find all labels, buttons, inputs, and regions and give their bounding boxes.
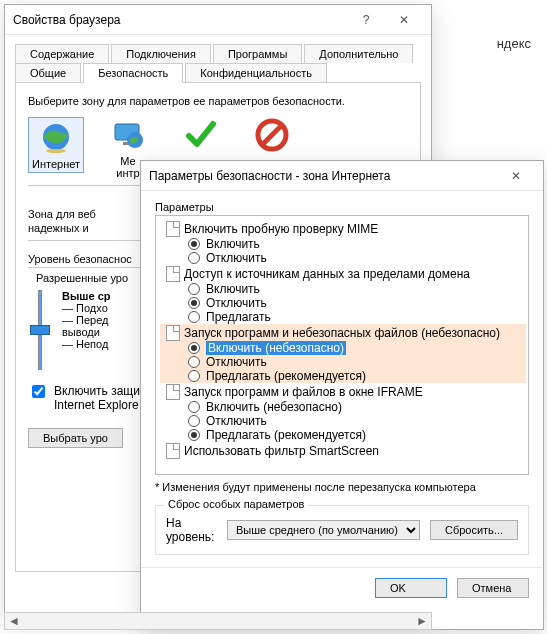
level-text: Выше ср — Подхо — Перед выводи — Непод bbox=[62, 290, 111, 370]
security-slider[interactable] bbox=[28, 290, 52, 370]
select-level-button[interactable]: Выбрать уро bbox=[28, 428, 123, 448]
cat-mime: Включить пробную проверку MIME bbox=[160, 220, 526, 237]
radio-icon bbox=[188, 370, 200, 382]
horizontal-scrollbar[interactable]: ◄ ► bbox=[4, 612, 432, 630]
security-settings-dialog: Параметры безопасности - зона Интернета … bbox=[140, 160, 544, 630]
monitor-globe-icon bbox=[110, 117, 146, 153]
help-button[interactable]: ? bbox=[347, 8, 385, 32]
radio-icon bbox=[188, 401, 200, 413]
document-icon bbox=[166, 443, 180, 459]
level-line: — Непод bbox=[62, 338, 111, 350]
restart-note: * Изменения будут применены после переза… bbox=[155, 481, 529, 493]
scroll-left-icon[interactable]: ◄ bbox=[5, 613, 23, 629]
tabs-area: Содержание Подключения Программы Дополни… bbox=[5, 35, 431, 82]
radio-icon bbox=[188, 297, 200, 309]
checkmark-icon bbox=[182, 117, 218, 153]
checkbox-label-2: Internet Explore bbox=[54, 398, 139, 412]
checkbox-label-1: Включить защи bbox=[54, 384, 140, 398]
document-icon bbox=[166, 325, 180, 341]
checkbox-input[interactable] bbox=[32, 385, 45, 398]
close-button[interactable]: ✕ bbox=[497, 164, 535, 188]
reset-button[interactable]: Сбросить... bbox=[430, 520, 518, 540]
cat-iframe: Запуск программ и файлов в окне IFRAME bbox=[160, 383, 526, 400]
cat-launch-unsafe: Запуск программ и небезопасных файлов (н… bbox=[160, 324, 526, 341]
zone-prompt: Выберите зону для параметров ее параметр… bbox=[28, 95, 408, 107]
cat-datasources: Доступ к источникам данных за пределами … bbox=[160, 265, 526, 282]
level-line: — Подхо bbox=[62, 302, 111, 314]
cancel-button[interactable]: Отмена bbox=[457, 578, 529, 598]
opt-disable[interactable]: Отключить bbox=[160, 296, 526, 310]
document-icon bbox=[166, 384, 180, 400]
opt-disable[interactable]: Отключить bbox=[160, 251, 526, 265]
radio-icon bbox=[188, 311, 200, 323]
reset-legend: Сброс особых параметров bbox=[164, 498, 308, 510]
level-line: — Перед bbox=[62, 314, 111, 326]
zone-restricted[interactable] bbox=[244, 117, 300, 155]
globe-icon bbox=[38, 120, 74, 156]
zone-label: Интернет bbox=[31, 158, 81, 170]
tab-content[interactable]: Содержание bbox=[15, 44, 109, 63]
tab-general[interactable]: Общие bbox=[15, 63, 81, 83]
level-line: выводи bbox=[62, 326, 111, 338]
radio-icon bbox=[188, 238, 200, 250]
prohibited-icon bbox=[254, 117, 290, 153]
radio-icon bbox=[188, 356, 200, 368]
params-label: Параметры bbox=[155, 201, 529, 213]
opt-disable[interactable]: Отключить bbox=[160, 355, 526, 369]
opt-disable[interactable]: Отключить bbox=[160, 414, 526, 428]
scroll-right-icon[interactable]: ► bbox=[413, 613, 431, 629]
tab-security[interactable]: Безопасность bbox=[83, 63, 183, 83]
opt-enable[interactable]: Включить bbox=[160, 237, 526, 251]
reset-level-combo[interactable]: Выше среднего (по умолчанию) bbox=[227, 520, 420, 540]
radio-icon bbox=[188, 283, 200, 295]
settings-listbox[interactable]: Включить пробную проверку MIME Включить … bbox=[155, 215, 529, 475]
opt-prompt[interactable]: Предлагать (рекомендуется) bbox=[160, 369, 526, 383]
document-icon bbox=[166, 266, 180, 282]
zone-internet[interactable]: Интернет bbox=[28, 117, 84, 173]
titlebar: Параметры безопасности - зона Интернета … bbox=[141, 161, 543, 191]
svg-point-1 bbox=[46, 149, 66, 153]
window-title: Свойства браузера bbox=[13, 13, 347, 27]
radio-icon bbox=[188, 429, 200, 441]
cat-smartscreen: Использовать фильтр SmartScreen bbox=[160, 442, 526, 459]
level-title: Выше ср bbox=[62, 290, 111, 302]
opt-enable[interactable]: Включить (небезопасно) bbox=[160, 400, 526, 414]
opt-enable-unsafe[interactable]: Включить (небезопасно) bbox=[160, 341, 526, 355]
titlebar: Свойства браузера ? ✕ bbox=[5, 5, 431, 35]
tab-privacy[interactable]: Конфиденциальность bbox=[185, 63, 327, 83]
opt-prompt[interactable]: Предлагать (рекомендуется) bbox=[160, 428, 526, 442]
svg-line-6 bbox=[263, 126, 281, 144]
radio-icon bbox=[188, 252, 200, 264]
document-icon bbox=[166, 221, 180, 237]
dialog-footer: OK Отмена bbox=[141, 567, 543, 608]
tab-programs[interactable]: Программы bbox=[213, 44, 302, 63]
tab-connections[interactable]: Подключения bbox=[111, 44, 211, 63]
close-button[interactable]: ✕ bbox=[385, 8, 423, 32]
zone-trusted[interactable] bbox=[172, 117, 228, 155]
background-text: ндекс bbox=[497, 36, 531, 51]
reset-label: На уровень: bbox=[166, 516, 217, 544]
tab-advanced[interactable]: Дополнительно bbox=[304, 44, 413, 63]
reset-group: Сброс особых параметров На уровень: Выше… bbox=[155, 505, 529, 555]
opt-enable[interactable]: Включить bbox=[160, 282, 526, 296]
ok-button[interactable]: OK bbox=[375, 578, 447, 598]
radio-icon bbox=[188, 342, 200, 354]
opt-prompt[interactable]: Предлагать bbox=[160, 310, 526, 324]
radio-icon bbox=[188, 415, 200, 427]
dialog-title: Параметры безопасности - зона Интернета bbox=[149, 169, 497, 183]
